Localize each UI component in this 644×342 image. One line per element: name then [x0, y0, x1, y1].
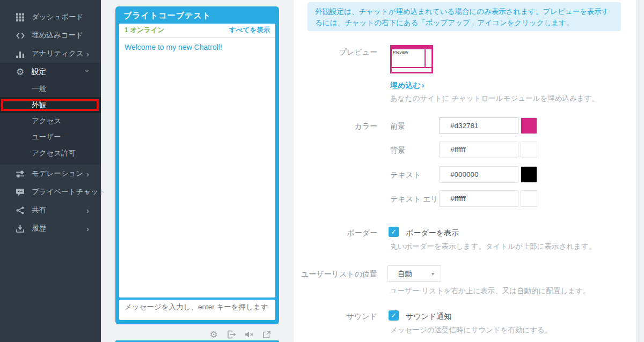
border-description: 丸いボーダーを表示します。タイトルが上部に表示されます。 [390, 242, 596, 251]
userlist-selected-value: 自動 [388, 269, 431, 279]
sound-section-label: サウンド [301, 312, 377, 322]
chevron-down-icon: › [83, 70, 92, 72]
sidebar-item-moderation[interactable]: モデレーション › [0, 165, 101, 183]
text-color-swatch[interactable] [521, 166, 537, 183]
sidebar-subitem-access[interactable]: アクセス [0, 113, 101, 129]
textarea-color-field [439, 190, 518, 207]
chevron-right-icon: › [86, 188, 89, 197]
text-color-label: テキスト [390, 170, 421, 180]
chat-widget-title: ブライトコーブテスト [119, 6, 275, 24]
sidebar-item-share[interactable]: 共有 › [0, 201, 101, 219]
gear-icon[interactable]: ⚙ [209, 330, 218, 339]
exit-icon[interactable] [226, 330, 236, 339]
preview-label: プレビュー [301, 48, 377, 57]
sidebar-item-label: プライベートチャット [32, 187, 106, 197]
sidebar-subitem-label: アクセス [32, 116, 61, 126]
share-icon [16, 206, 25, 215]
background-label: 背景 [390, 146, 405, 155]
foreground-color-field [439, 117, 518, 134]
online-count: 1 オンライン [125, 26, 164, 35]
caret-down-icon: ▾ [431, 271, 441, 277]
history-icon [16, 224, 25, 233]
thumb-userlist [426, 49, 431, 67]
chevron-right-icon: › [86, 169, 89, 179]
sound-checkbox-label: サウンド通知 [406, 312, 451, 322]
chat-widget-body: 1 オンライン すべてを表示 Welcome to my new Chatrol… [119, 24, 275, 298]
foreground-label: 前景 [390, 122, 405, 131]
chevron-right-icon: › [86, 206, 89, 215]
grid-icon [16, 13, 25, 22]
textarea-color-swatch[interactable] [521, 190, 537, 207]
show-all-link[interactable]: すべてを表示 [229, 26, 270, 35]
chat-message-area: Welcome to my new Chatroll! [119, 38, 275, 298]
chat-widget-toolbar: ⚙ [115, 329, 279, 340]
appearance-notice: 外観設定は、チャットが埋め込まれている場合にのみ表示されます。プレビューを表示す… [308, 2, 621, 31]
sound-checkbox[interactable]: ✓ [389, 310, 399, 321]
sidebar-item-label: モデレーション [32, 169, 83, 179]
thumb-label: Preview [392, 49, 425, 67]
border-checkbox-label: ボーダーを表示 [406, 228, 459, 238]
chatroll-admin-page: ダッシュボード 埋め込みコード アナリティクス › ⚙ 設定 › 一般 [0, 0, 644, 342]
sidebar-subitem-permissions[interactable]: アクセス許可 [0, 145, 101, 161]
sidebar-subitem-label: 一般 [32, 84, 46, 94]
sliders-icon [16, 169, 25, 179]
chat-input-wrap [119, 300, 275, 320]
foreground-swatch[interactable] [521, 117, 537, 134]
text-color-input[interactable] [440, 167, 518, 182]
userlist-description: ユーザー リストを右か上に表示、又は自動的に配置します。 [390, 286, 590, 296]
background-swatch[interactable] [521, 142, 537, 158]
userlist-position-select[interactable]: 自動 ▾ [387, 265, 441, 282]
sidebar-subitem-users[interactable]: ユーザー [0, 129, 101, 145]
sidebar-settings-group: ⚙ 設定 › 一般 外観 アクセス ユーザー アクセス許可 [0, 63, 101, 165]
chat-message: Welcome to my new Chatroll! [125, 43, 222, 51]
code-icon [16, 31, 25, 40]
sound-description: メッセージの送受信時にサウンドを有効にする。 [390, 325, 552, 335]
mute-icon[interactable] [244, 330, 254, 339]
color-section-label: カラー [301, 122, 377, 131]
sidebar-item-history[interactable]: 履歴 › [0, 219, 101, 237]
preview-thumbnail[interactable]: Preview [390, 45, 433, 73]
chat-widget-preview: ブライトコーブテスト 1 オンライン すべてを表示 Welcome to my … [115, 6, 279, 324]
sidebar-item-label: ダッシュボード [32, 12, 83, 22]
textarea-color-input[interactable] [440, 191, 518, 206]
chat-status-bar: 1 オンライン すべてを表示 [119, 24, 275, 38]
chat-icon [16, 188, 25, 197]
gear-icon: ⚙ [16, 68, 25, 77]
sidebar-item-analytics[interactable]: アナリティクス › [0, 44, 101, 63]
sidebar-item-label: 履歴 [32, 224, 46, 233]
chevron-right-icon: › [86, 49, 89, 58]
embed-description: あなたのサイトに チャットロールモジュールを埋め込みます。 [390, 94, 599, 103]
sidebar-item-private-chat[interactable]: プライベートチャット › [0, 183, 101, 201]
sidebar-item-label: 設定 [32, 67, 46, 77]
embed-link[interactable]: 埋め込む› [390, 81, 424, 91]
sidebar-subitem-label: ユーザー [32, 132, 61, 142]
embed-link-label: 埋め込む [390, 81, 421, 90]
background-color-input[interactable] [440, 142, 518, 158]
sidebar-item-settings[interactable]: ⚙ 設定 › [0, 63, 101, 81]
text-color-field [439, 166, 518, 183]
sidebar-subitem-label: 外観 [32, 100, 46, 110]
page-gutter [636, 0, 644, 342]
sidebar-item-label: 埋め込みコード [32, 31, 83, 40]
thumb-inputbar [392, 68, 431, 72]
sidebar-item-dashboard[interactable]: ダッシュボード [0, 8, 101, 26]
sidebar-item-label: 共有 [32, 205, 46, 215]
popup-icon[interactable] [262, 330, 272, 339]
textarea-color-label: テキスト エリア [390, 195, 446, 204]
sidebar-subitem-label: アクセス許可 [32, 148, 76, 158]
background-color-field [439, 142, 518, 158]
analytics-icon [16, 49, 25, 58]
border-section-label: ボーダー [301, 228, 377, 238]
chevron-right-icon: › [422, 81, 425, 90]
userlist-section-label: ユーザーリストの位置 [301, 270, 377, 279]
chevron-right-icon: › [86, 224, 89, 233]
sidebar-item-embed-code[interactable]: 埋め込みコード [0, 26, 101, 44]
sidebar-subitem-general[interactable]: 一般 [0, 81, 101, 97]
sidebar-item-label: アナリティクス [32, 49, 84, 58]
border-checkbox[interactable]: ✓ [389, 227, 399, 237]
chat-message-input[interactable] [119, 300, 275, 320]
sidebar-subitem-appearance[interactable]: 外観 [0, 97, 101, 113]
foreground-color-input[interactable] [440, 118, 518, 133]
sidebar: ダッシュボード 埋め込みコード アナリティクス › ⚙ 設定 › 一般 [0, 0, 101, 342]
